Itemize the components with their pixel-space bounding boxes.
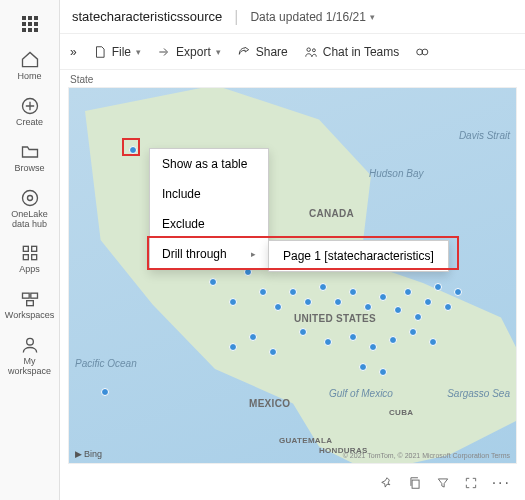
file-label: File bbox=[112, 45, 131, 59]
highlight-drill-box bbox=[147, 236, 459, 270]
visual-action-bar: ··· bbox=[60, 472, 525, 500]
data-point[interactable] bbox=[229, 343, 237, 351]
insights-icon bbox=[415, 45, 429, 59]
sidebar-item-home[interactable]: Home bbox=[4, 44, 56, 88]
plus-circle-icon bbox=[20, 96, 40, 116]
data-point[interactable] bbox=[249, 333, 257, 341]
svg-rect-15 bbox=[412, 480, 419, 488]
expand-pages-button[interactable]: » bbox=[70, 45, 77, 59]
data-point[interactable] bbox=[389, 336, 397, 344]
folder-icon bbox=[20, 142, 40, 162]
teams-icon bbox=[304, 45, 318, 59]
menu-exclude[interactable]: Exclude bbox=[150, 209, 268, 239]
svg-rect-8 bbox=[30, 294, 37, 299]
main-pane: statecharacteristicssource | Data update… bbox=[60, 0, 525, 500]
svg-rect-3 bbox=[23, 247, 28, 252]
data-point[interactable] bbox=[364, 303, 372, 311]
data-point[interactable] bbox=[409, 328, 417, 336]
focus-mode-icon[interactable] bbox=[464, 476, 478, 490]
chevron-down-icon: ▾ bbox=[370, 12, 375, 22]
menu-include[interactable]: Include bbox=[150, 179, 268, 209]
export-icon bbox=[157, 45, 171, 59]
data-point[interactable] bbox=[454, 288, 462, 296]
sidebar-item-label: OneLake data hub bbox=[4, 210, 56, 230]
sidebar-item-label: Apps bbox=[19, 265, 40, 275]
home-icon bbox=[20, 50, 40, 70]
menu-label: Show as a table bbox=[162, 157, 247, 171]
data-point[interactable] bbox=[274, 303, 282, 311]
app-launcher[interactable] bbox=[4, 8, 56, 42]
data-point[interactable] bbox=[414, 313, 422, 321]
country-label-us: UNITED STATES bbox=[294, 313, 376, 324]
data-updated-button[interactable]: Data updated 1/16/21 ▾ bbox=[250, 10, 374, 24]
bing-icon: ▶ bbox=[75, 449, 82, 459]
data-point[interactable] bbox=[404, 288, 412, 296]
copy-icon[interactable] bbox=[408, 476, 422, 490]
sidebar-item-label: Workspaces bbox=[5, 311, 54, 321]
data-point[interactable] bbox=[394, 306, 402, 314]
export-label: Export bbox=[176, 45, 211, 59]
chevron-down-icon: ▾ bbox=[216, 47, 221, 57]
data-point[interactable] bbox=[334, 298, 342, 306]
data-point[interactable] bbox=[379, 293, 387, 301]
data-hub-icon bbox=[20, 188, 40, 208]
map-provider-label: Bing bbox=[84, 449, 102, 459]
data-point[interactable] bbox=[319, 283, 327, 291]
data-point[interactable] bbox=[304, 298, 312, 306]
sidebar-item-create[interactable]: Create bbox=[4, 90, 56, 134]
export-menu[interactable]: Export ▾ bbox=[157, 45, 221, 59]
data-point[interactable] bbox=[289, 288, 297, 296]
menu-show-as-table[interactable]: Show as a table bbox=[150, 149, 268, 179]
data-point[interactable] bbox=[229, 298, 237, 306]
pin-icon[interactable] bbox=[380, 476, 394, 490]
data-point[interactable] bbox=[259, 288, 267, 296]
sidebar-item-label: My workspace bbox=[4, 357, 56, 377]
title-bar: statecharacteristicssource | Data update… bbox=[60, 0, 525, 34]
chevron-down-icon: ▾ bbox=[136, 47, 141, 57]
data-point[interactable] bbox=[349, 333, 357, 341]
svg-point-12 bbox=[312, 48, 315, 51]
data-point[interactable] bbox=[359, 363, 367, 371]
workspaces-icon bbox=[20, 289, 40, 309]
svg-rect-6 bbox=[31, 255, 36, 260]
data-point[interactable] bbox=[379, 368, 387, 376]
more-options-icon[interactable]: ··· bbox=[492, 474, 511, 492]
sidebar-item-my-workspace[interactable]: My workspace bbox=[4, 329, 56, 383]
file-menu[interactable]: File ▾ bbox=[93, 45, 141, 59]
svg-rect-4 bbox=[31, 247, 36, 252]
share-button[interactable]: Share bbox=[237, 45, 288, 59]
filter-icon[interactable] bbox=[436, 476, 450, 490]
ocean-label-hudson: Hudson Bay bbox=[369, 168, 423, 179]
sidebar-item-browse[interactable]: Browse bbox=[4, 136, 56, 180]
title-divider: | bbox=[234, 8, 238, 26]
map-visual[interactable]: Pacific Ocean Hudson Bay Davis Strait Gu… bbox=[68, 87, 517, 464]
menu-label: Include bbox=[162, 187, 201, 201]
chat-teams-button[interactable]: Chat in Teams bbox=[304, 45, 399, 59]
sidebar-item-workspaces[interactable]: Workspaces bbox=[4, 283, 56, 327]
toolbar-more[interactable] bbox=[415, 45, 429, 59]
report-title: statecharacteristicssource bbox=[72, 9, 222, 24]
data-point[interactable] bbox=[434, 283, 442, 291]
ocean-label-gulf: Gulf of Mexico bbox=[329, 388, 393, 399]
data-point[interactable] bbox=[349, 288, 357, 296]
sidebar-item-apps[interactable]: Apps bbox=[4, 237, 56, 281]
svg-rect-9 bbox=[26, 301, 33, 306]
data-point[interactable] bbox=[424, 298, 432, 306]
map-copyright: © 2021 TomTom, © 2021 Microsoft Corporat… bbox=[343, 452, 510, 459]
expand-icon: » bbox=[70, 45, 77, 59]
sidebar-item-label: Browse bbox=[14, 164, 44, 174]
data-point[interactable] bbox=[429, 338, 437, 346]
sidebar-item-onelake[interactable]: OneLake data hub bbox=[4, 182, 56, 236]
svg-point-1 bbox=[22, 190, 37, 205]
data-point[interactable] bbox=[101, 388, 109, 396]
data-point[interactable] bbox=[299, 328, 307, 336]
data-point[interactable] bbox=[444, 303, 452, 311]
svg-point-11 bbox=[307, 47, 311, 51]
data-point[interactable] bbox=[324, 338, 332, 346]
data-point[interactable] bbox=[209, 278, 217, 286]
data-point[interactable] bbox=[269, 348, 277, 356]
data-point[interactable] bbox=[369, 343, 377, 351]
menu-label: Exclude bbox=[162, 217, 205, 231]
country-label-mexico: MEXICO bbox=[249, 398, 290, 409]
sidebar-item-label: Home bbox=[17, 72, 41, 82]
